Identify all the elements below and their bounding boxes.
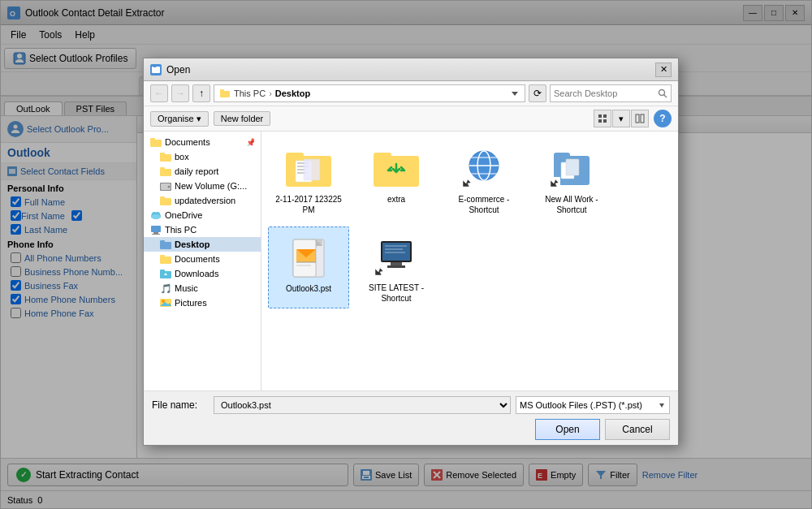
file1-label: 2-11-2017 123225 PM [273, 194, 344, 215]
tree-label-documents2: Documents [175, 254, 220, 264]
file-item-new-all-work[interactable]: New All Work - Shortcut [531, 138, 612, 220]
file-item-site-latest[interactable]: SITE LATEST - Shortcut [356, 226, 437, 308]
svg-rect-104 [391, 262, 402, 265]
folder-box-icon [160, 152, 171, 162]
folder-updated-icon [160, 196, 171, 205]
breadcrumb-bar[interactable]: This PC › Desktop [214, 84, 525, 102]
tree-label-docs-pinned: Documents [165, 137, 210, 147]
tree-item-thispc[interactable]: This PC [144, 222, 261, 237]
view-dropdown-button[interactable]: ▾ [612, 110, 630, 127]
modal-title-bar: Open ✕ [144, 58, 678, 81]
view-grid-button[interactable] [594, 110, 611, 127]
svg-rect-54 [151, 226, 161, 232]
svg-rect-43 [160, 169, 171, 176]
folder-daily-icon [160, 166, 171, 176]
pictures-icon [160, 298, 171, 308]
svg-marker-29 [512, 92, 518, 96]
tree-item-updatedversion[interactable]: updatedversion [144, 193, 261, 208]
filename-input[interactable]: Outlook3.pst [214, 396, 511, 414]
modal-close-button[interactable]: ✕ [655, 63, 672, 77]
filetype-label: MS Outlook Files (.PST) (*.pst) [520, 400, 642, 410]
nav-up-button[interactable]: ↑ [192, 84, 210, 102]
file-item-outlook3[interactable]: Outlook3.pst [268, 226, 349, 308]
modal-action-row: Open Cancel [152, 419, 670, 440]
drive-icon [160, 181, 171, 191]
view-buttons: ▾ [594, 110, 649, 127]
tree-label-daily: daily report [175, 166, 218, 176]
file-explorer: Documents 📌 box [144, 132, 678, 391]
outlook3-icon-container [284, 232, 333, 281]
onedrive-icon [150, 210, 162, 220]
svg-line-31 [664, 95, 667, 98]
svg-rect-37 [641, 114, 644, 123]
tree-label-thispc: This PC [165, 225, 197, 235]
folder-breadcrumb-icon [219, 88, 231, 99]
svg-rect-56 [152, 234, 160, 235]
extra-label: extra [387, 194, 405, 205]
tree-item-desktop[interactable]: Desktop [144, 237, 261, 252]
svg-rect-55 [153, 232, 158, 234]
breadcrumb-dropdown-icon[interactable] [510, 88, 520, 98]
desktop-folder-icon [160, 239, 171, 249]
ecommerce-icon-container [460, 143, 508, 192]
svg-rect-105 [387, 265, 405, 268]
svg-rect-34 [598, 119, 602, 123]
tree-label-pictures: Pictures [175, 298, 207, 308]
file-item-folder1[interactable]: 2-11-2017 123225 PM [268, 138, 349, 220]
svg-rect-49 [160, 196, 165, 199]
search-box [550, 84, 672, 102]
filetype-dropdown[interactable]: MS Outlook Files (.PST) (*.pst) [516, 396, 670, 414]
breadcrumb-thispc: This PC [234, 88, 266, 98]
tree-item-daily-report[interactable]: daily report [144, 164, 261, 179]
svg-rect-58 [160, 240, 165, 243]
organise-button[interactable]: Organise ▾ [150, 111, 209, 127]
tree-item-newvolume[interactable]: New Volume (G:... [144, 179, 261, 193]
pin-icon: 📌 [246, 138, 254, 146]
file-item-extra[interactable]: extra [356, 138, 437, 220]
extra-icon [374, 148, 419, 187]
tree-label-volume: New Volume (G:... [175, 181, 247, 191]
open-button[interactable]: Open [535, 419, 600, 440]
site-latest-label: SITE LATEST - Shortcut [361, 283, 432, 304]
svg-rect-26 [153, 65, 156, 67]
modal-nav: ← → ↑ This PC › Desktop ⟳ [144, 81, 678, 106]
open-dialog: Open ✕ ← → ↑ This PC › Desktop [143, 58, 679, 446]
tree-label-music: Music [175, 283, 198, 293]
refresh-button[interactable]: ⟳ [529, 84, 546, 102]
modal-title: Open [166, 64, 655, 75]
new-folder-button[interactable]: New folder [214, 111, 271, 126]
tree-label-desktop: Desktop [175, 239, 209, 249]
search-input[interactable] [554, 88, 654, 98]
filetype-dropdown-arrow [658, 401, 666, 409]
help-button[interactable]: ? [654, 110, 672, 127]
nav-forward-button[interactable]: → [171, 84, 189, 102]
music-icon: 🎵 [160, 283, 171, 293]
extra-icon-container [372, 143, 421, 192]
svg-rect-100 [382, 243, 410, 261]
tree-item-documents[interactable]: Documents [144, 252, 261, 266]
tree-item-downloads[interactable]: Downloads [144, 266, 261, 281]
shortcut-arrow1 [461, 177, 473, 188]
filename-row: File name: Outlook3.pst MS Outlook Files… [152, 396, 670, 414]
tree-item-documents-pinned[interactable]: Documents 📌 [144, 135, 261, 149]
view-columns-button[interactable] [631, 110, 649, 127]
svg-rect-41 [160, 154, 171, 162]
svg-rect-33 [603, 114, 607, 118]
tree-item-onedrive[interactable]: OneDrive [144, 208, 261, 222]
tree-item-pictures[interactable]: Pictures [144, 295, 261, 310]
new-all-work-icon-container [547, 143, 596, 192]
ecommerce-label: E-commerce - Shortcut [448, 194, 520, 215]
tree-item-music[interactable]: 🎵 Music [144, 281, 261, 295]
svg-rect-60 [160, 255, 165, 257]
nav-back-button[interactable]: ← [150, 84, 168, 102]
shortcut-arrow2 [549, 177, 560, 188]
svg-rect-38 [150, 140, 162, 147]
cancel-button[interactable]: Cancel [605, 419, 670, 440]
svg-rect-48 [160, 198, 171, 205]
file-item-ecommerce[interactable]: E-commerce - Shortcut [443, 138, 525, 220]
svg-rect-75 [304, 159, 320, 180]
pc-icon [150, 225, 162, 235]
tree-label-box: box [175, 152, 189, 162]
downloads-icon [160, 269, 171, 278]
tree-item-box[interactable]: box [144, 149, 261, 164]
